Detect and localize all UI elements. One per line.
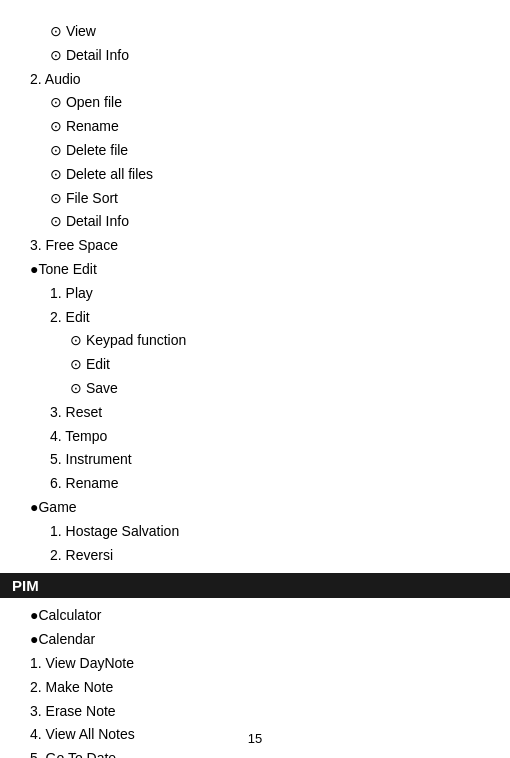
list-item: ●Game [30, 496, 480, 520]
list-item: ⊙ Detail Info [30, 44, 480, 68]
list-item: ⊙ File Sort [30, 187, 480, 211]
list-item: ⊙ Detail Info [30, 210, 480, 234]
page-container: ⊙ View ⊙ Detail Info 2. Audio ⊙ Open fil… [0, 0, 510, 758]
list-item: 1. Hostage Salvation [30, 520, 480, 544]
list-item: 5. Instrument [30, 448, 480, 472]
list-item: ⊙ Keypad function [30, 329, 480, 353]
list-item: 1. Play [30, 282, 480, 306]
list-item: 3. Free Space [30, 234, 480, 258]
list-item: ⊙ Delete file [30, 139, 480, 163]
list-item: ●Calendar [30, 628, 480, 652]
list-item: 2. Edit [30, 306, 480, 330]
list-item: ⊙ Delete all files [30, 163, 480, 187]
list-item: 6. Rename [30, 472, 480, 496]
list-item: 4. Tempo [30, 425, 480, 449]
list-item: 2. Audio [30, 68, 480, 92]
list-item: 3. Erase Note [30, 700, 480, 724]
list-item: 1. View DayNote [30, 652, 480, 676]
page-number: 15 [248, 731, 262, 746]
list-item: ●Tone Edit [30, 258, 480, 282]
list-item: ⊙ Edit [30, 353, 480, 377]
list-item: 2. Reversi [30, 544, 480, 568]
list-item: 5. Go To Date [30, 747, 480, 758]
pim-section-header: PIM [0, 573, 510, 598]
list-item: 3. Reset [30, 401, 480, 425]
content-area: ⊙ View ⊙ Detail Info 2. Audio ⊙ Open fil… [30, 10, 480, 758]
list-item: ●Calculator [30, 604, 480, 628]
list-item: ⊙ Rename [30, 115, 480, 139]
list-item: ⊙ Save [30, 377, 480, 401]
list-item: ⊙ Open file [30, 91, 480, 115]
list-item: 2. Make Note [30, 676, 480, 700]
list-item: ⊙ View [30, 20, 480, 44]
